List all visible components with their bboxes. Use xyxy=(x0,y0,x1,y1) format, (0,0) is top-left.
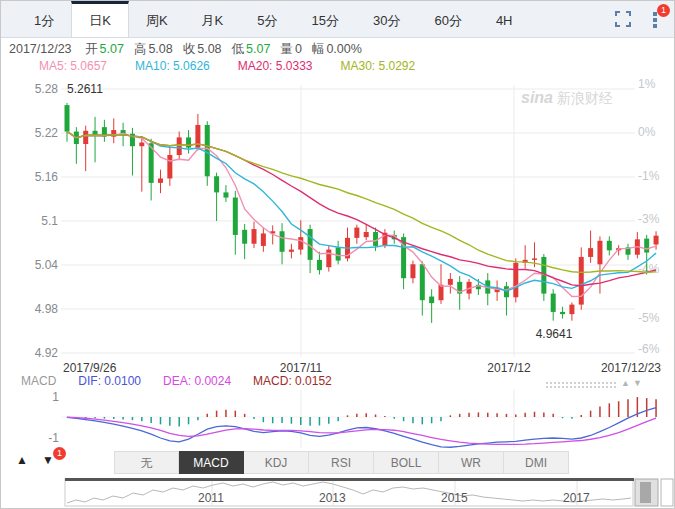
indicator-collapse-button[interactable]: ▼ xyxy=(42,453,54,467)
candle-body xyxy=(317,260,322,270)
candle-body xyxy=(429,297,434,304)
low-annotation: 4.9641 xyxy=(536,327,573,341)
candle-body xyxy=(167,155,172,178)
sina-logo: sina xyxy=(521,89,553,106)
candle-body xyxy=(420,264,425,300)
navigator-year-label: 2017 xyxy=(563,491,590,505)
candle-body xyxy=(448,279,453,285)
indicator-tabs: 无MACDKDJRSIBOLLWRDMI xyxy=(114,451,569,474)
price-axis-label: 5.16 xyxy=(35,170,59,184)
period-tabs: 1分日K周K月K5分15分30分60分4H xyxy=(17,1,674,37)
quote-field-label: 幅 xyxy=(312,42,325,56)
period-tab-5[interactable]: 15分 xyxy=(294,1,355,37)
period-tab-7[interactable]: 60分 xyxy=(417,1,478,37)
quote-field-value: 5.07 xyxy=(246,42,270,56)
candle-body xyxy=(354,228,359,238)
kline-chart-app: 5.285.225.165.15.044.984.921%0%-1%-3%-4%… xyxy=(0,0,675,509)
candle-body xyxy=(83,131,88,144)
ma-legend-item: MA5: 5.0657 xyxy=(39,59,107,73)
candle-body xyxy=(607,241,612,251)
candle-body xyxy=(186,137,191,147)
candle-body xyxy=(139,143,144,147)
period-toolbar: 1分日K周K月K5分15分30分60分4H xyxy=(1,1,674,38)
indicator-tab-kdj[interactable]: KDJ xyxy=(244,451,309,474)
period-tab-8[interactable]: 4H xyxy=(479,1,530,37)
period-tab-2[interactable]: 周K xyxy=(129,1,185,37)
macd-axis-label: -1 xyxy=(48,431,59,445)
ma-legend: MA5: 5.0657MA10: 5.0626MA20: 5.0333MA30:… xyxy=(39,59,443,73)
candle-body xyxy=(65,105,70,131)
period-tab-0[interactable]: 1分 xyxy=(17,1,71,37)
candle-body xyxy=(298,237,303,249)
ma10-line xyxy=(67,132,656,291)
percent-axis-label: -3% xyxy=(638,212,660,226)
candle-body xyxy=(326,250,331,268)
candle-body xyxy=(439,285,444,300)
indicator-tab-macd[interactable]: MACD xyxy=(179,451,244,474)
ma5-line xyxy=(67,132,656,297)
sina-watermark: sina新浪财经 xyxy=(521,89,613,108)
candle-body xyxy=(252,229,257,244)
pane-down-arrow-icon[interactable]: ▼ xyxy=(633,378,642,388)
candle-body xyxy=(214,176,219,192)
quote-field-value: 5.08 xyxy=(148,42,172,56)
indicator-expand-button[interactable]: ▲ xyxy=(16,453,28,467)
ma20-line xyxy=(67,132,656,286)
indicator-badge: 1 xyxy=(53,447,66,460)
candle-body xyxy=(579,257,584,305)
candle-body xyxy=(551,294,556,312)
candle-body xyxy=(280,231,285,252)
price-axis-label: 4.98 xyxy=(35,302,59,316)
navigator-thumb-grip[interactable] xyxy=(640,482,651,503)
indicator-tab-wr[interactable]: WR xyxy=(439,451,504,474)
pane-up-arrow-icon[interactable]: ▲ xyxy=(621,378,630,388)
chart-canvas: 5.285.225.165.15.044.984.921%0%-1%-3%-4%… xyxy=(1,1,674,508)
candle-body xyxy=(289,250,294,252)
candle-body xyxy=(410,264,415,278)
percent-axis-label: -5% xyxy=(638,311,660,325)
price-axis-label: 4.92 xyxy=(35,346,59,360)
candle-body xyxy=(158,178,163,182)
indicator-tab-none[interactable]: 无 xyxy=(114,451,179,474)
percent-axis-label: -1% xyxy=(638,169,660,183)
percent-axis-label: -6% xyxy=(638,342,660,356)
price-axis-label: 5.22 xyxy=(35,126,59,140)
candle-body xyxy=(654,236,659,245)
quote-field-value: 0 xyxy=(295,42,302,56)
navigator-year-label: 2011 xyxy=(198,491,224,505)
dea-line xyxy=(67,417,656,444)
pane-resize-handle[interactable] xyxy=(546,382,616,388)
navigator-scroll-end[interactable] xyxy=(661,479,673,506)
indicator-tab-rsi[interactable]: RSI xyxy=(309,451,374,474)
indicator-tab-boll[interactable]: BOLL xyxy=(374,451,439,474)
macd-legend-item: MACD xyxy=(21,374,56,388)
percent-axis-label: 1% xyxy=(638,77,656,91)
price-axis-label: 5.04 xyxy=(35,258,59,272)
indicator-tab-dmi[interactable]: DMI xyxy=(504,451,569,474)
fullscreen-icon[interactable] xyxy=(614,10,632,28)
quote-field-value: 5.07 xyxy=(100,42,124,56)
quote-field-value: 0.00% xyxy=(326,42,361,56)
quote-field-label: 收 xyxy=(183,42,196,56)
period-tab-6[interactable]: 30分 xyxy=(356,1,417,37)
period-tab-4[interactable]: 5分 xyxy=(240,1,294,37)
quote-field-label: 低 xyxy=(232,42,245,56)
navigator-track xyxy=(65,479,633,506)
more-menu-icon[interactable]: 1 xyxy=(646,10,664,28)
candle-body xyxy=(233,198,238,235)
x-axis-label: 2017/12/23 xyxy=(601,361,661,375)
quote-summary: 2017/12/23 开5.07高5.08收5.08低5.07量0幅0.00% xyxy=(9,41,362,58)
navigator-year-label: 2015 xyxy=(441,491,468,505)
period-tab-3[interactable]: 月K xyxy=(185,1,241,37)
macd-axis-label: 1 xyxy=(52,390,59,404)
candle-body xyxy=(93,131,98,135)
candle-body xyxy=(513,263,518,297)
macd-legend-item: MACD: 0.0152 xyxy=(253,374,332,388)
notification-badge: 1 xyxy=(657,4,670,17)
period-tab-1[interactable]: 日K xyxy=(71,1,129,37)
candle-body xyxy=(644,239,649,253)
ma-legend-item: MA30: 5.0292 xyxy=(340,59,415,73)
percent-axis-label: 0% xyxy=(638,125,656,139)
quote-field-label: 量 xyxy=(280,42,293,56)
quote-field-label: 开 xyxy=(85,42,98,56)
